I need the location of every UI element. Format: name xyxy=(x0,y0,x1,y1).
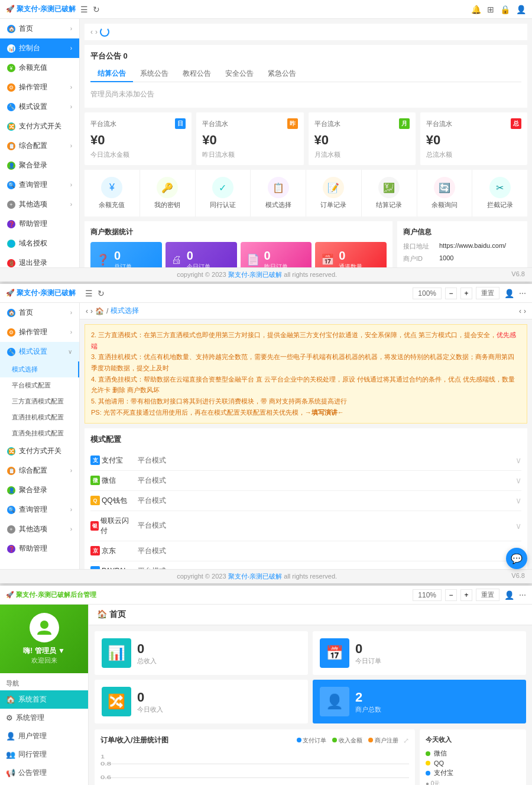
payswitch-icon-2: 🔀 xyxy=(7,447,15,456)
icon-mykey[interactable]: 🔑 我的密钥 xyxy=(140,170,196,217)
sidebar-item-domain-1[interactable]: 🌐 域名授权 xyxy=(0,234,79,253)
tab-emergency[interactable]: 紧急公告 xyxy=(261,66,303,82)
stat-label-yesterday: 平台流水 xyxy=(202,119,228,128)
sidebar-item-query-1[interactable]: 🔍 查询管理 › xyxy=(0,175,79,195)
chart-box-orders: 订单/收入/注册统计图 支付订单 收入金额 商户注册 ⤢ xyxy=(95,729,415,785)
panel-3: 🚀 聚支付-亲测已破解后台管理 110% − + 重置 👤 ⋯ xyxy=(0,586,532,785)
query-icon-2: 🔍 xyxy=(7,506,15,514)
dashboard-icon-1: 📊 xyxy=(7,44,15,53)
sidebar2-config[interactable]: 📋 综合配置 › xyxy=(0,461,79,480)
back-icon-2[interactable]: ‹ xyxy=(86,307,88,315)
topbar-logo-2: 🚀 聚支付-亲测已破解 xyxy=(6,288,76,298)
mode-config-2: 模式配置 支 支付宝 平台模式 ∨ 微 微信 平台模式 ∨ xyxy=(85,428,527,570)
sidebar2-payswitch[interactable]: 🔀 支付方式开关 xyxy=(0,441,79,461)
sidebar-item-config-1[interactable]: 📋 综合配置 › xyxy=(0,136,79,156)
bc-back-2[interactable]: ‹ xyxy=(519,307,521,315)
merchants-icon: 👤 xyxy=(320,687,349,716)
footer-link-2[interactable]: 聚支付-亲测已破解 xyxy=(228,573,283,580)
sidebar-item-mode-1[interactable]: 🔧 模式设置 › xyxy=(0,97,79,117)
sidebar2-help[interactable]: ❓ 帮助管理 xyxy=(0,539,79,558)
grid-icon-1[interactable]: ⊞ xyxy=(487,5,494,14)
tab-security[interactable]: 安全公告 xyxy=(218,66,261,82)
footer-link-1[interactable]: 聚支付-亲测已破解 xyxy=(228,271,283,278)
lock-icon-1[interactable]: 🔒 xyxy=(500,5,510,14)
sidebar2-ops[interactable]: ⚙ 操作管理 › xyxy=(0,322,79,342)
sidebar3-peer-mgmt[interactable]: 👥 同行管理 xyxy=(0,745,88,764)
zoom-minus-2[interactable]: − xyxy=(445,287,457,299)
sidebar-item-pay-1[interactable]: 🔀 支付方式开关 xyxy=(0,117,79,136)
sidebar2-query[interactable]: 🔍 查询管理 › xyxy=(0,500,79,519)
user-avatar-3[interactable]: 👤 xyxy=(504,590,514,600)
sidebar-item-recharge-1[interactable]: ¥ 余额充值 xyxy=(0,58,79,77)
user-avatar-2[interactable]: 👤 xyxy=(504,289,514,298)
zoom-plus-2[interactable]: + xyxy=(460,287,472,299)
back-icon-1[interactable]: ‹ xyxy=(90,28,93,36)
total-income-icon: 📊 xyxy=(102,638,131,668)
sidebar-item-login-1[interactable]: 👤 聚合登录 xyxy=(0,156,79,175)
sidebar2-home[interactable]: 🏠 首页 › xyxy=(0,303,79,322)
help-icon-2: ❓ xyxy=(7,545,15,553)
forward-icon-1[interactable]: › xyxy=(95,28,98,36)
zoom-minus-3[interactable]: − xyxy=(445,589,457,601)
tab-tutorial[interactable]: 教程公告 xyxy=(176,66,218,82)
user-info-1: 商户信息 接口地址 https://www.baidu.com/ 商户ID 10… xyxy=(397,221,527,267)
zoom-bar-2: 100% − + 重置 xyxy=(413,287,499,299)
wechat-arrow: ∨ xyxy=(515,476,521,485)
sidebar3-sys-mgmt[interactable]: ⚙ 系统管理 xyxy=(0,709,88,727)
sidebar2-mode[interactable]: 🔧 模式设置 ∨ xyxy=(0,342,79,361)
income-qq-row: QQ xyxy=(426,760,520,767)
tab-settlement[interactable]: 结算公告 xyxy=(90,66,133,82)
icon-intercept[interactable]: ✂ 拦截记录 xyxy=(472,170,527,217)
sidebar3-home[interactable]: 🏠 系统首页 xyxy=(0,690,88,709)
menu-icon-2[interactable]: ☰ xyxy=(85,289,93,298)
expand-orders-chart[interactable]: ⤢ xyxy=(403,736,409,745)
bell-icon-1[interactable]: 🔔 xyxy=(471,5,481,14)
sidebar3-ticket-mgmt[interactable]: 🔧 工单管理 xyxy=(0,782,88,785)
zoom-reset-3[interactable]: 重置 xyxy=(476,589,499,601)
zoom-plus-3[interactable]: + xyxy=(460,589,472,601)
more-icon-3[interactable]: ⋯ xyxy=(519,591,526,599)
sidebar-item-other-1[interactable]: + 其他选项 › xyxy=(0,195,79,214)
chat-bubble[interactable]: 💬 xyxy=(506,548,527,569)
stat-card-month: 平台流水 月 ¥0 月流水额 xyxy=(309,112,416,165)
icon-settlement[interactable]: 💹 结算记录 xyxy=(362,170,417,217)
sidebar2-mode-select[interactable]: 模式选择 xyxy=(0,361,79,377)
sidebar2-login[interactable]: 👤 聚合登录 xyxy=(0,480,79,500)
icon-mode[interactable]: 📋 模式选择 xyxy=(251,170,306,217)
sidebar-item-dashboard-1[interactable]: 📊 控制台 › xyxy=(0,38,79,58)
sidebar-item-help-1[interactable]: ❓ 帮助管理 xyxy=(0,214,79,234)
sidebar-item-home-1[interactable]: 🏠 首页 › xyxy=(0,19,79,38)
icon-orders[interactable]: 📝 订单记录 xyxy=(306,170,362,217)
main-content-1: ‹ › 平台公告 0 结算公告 系统公告 教程公告 安全公告 紧急公告 管理员尚… xyxy=(80,19,532,267)
more-icon-2[interactable]: ⋯ xyxy=(519,289,526,298)
sidebar-item-ops-1[interactable]: ⚙ 操作管理 › xyxy=(0,77,79,97)
refresh-icon-1[interactable]: ↻ xyxy=(93,5,100,14)
icon-auth[interactable]: ✓ 同行认证 xyxy=(196,170,251,217)
icon-recharge[interactable]: ¥ 余额充值 xyxy=(85,170,140,217)
sidebar2-third-config[interactable]: 三方直洒模式配置 xyxy=(0,393,79,409)
config-icon-1: 📋 xyxy=(7,142,15,150)
menu-icon-1[interactable]: ☰ xyxy=(80,5,88,14)
sidebar3-user-mgmt[interactable]: 👤 用户管理 xyxy=(0,727,88,745)
forward-icon-2[interactable]: › xyxy=(90,307,93,315)
data-card-channels: 📅 0 通道数量 xyxy=(315,242,387,267)
ops-icon-1: ⚙ xyxy=(7,83,15,92)
bc-forward-2[interactable]: › xyxy=(524,307,526,315)
stat-value-daily: ¥0 xyxy=(90,133,186,148)
zoom-reset-2[interactable]: 重置 xyxy=(476,287,499,299)
unionpay-arrow: ∨ xyxy=(515,521,521,531)
tab-system[interactable]: 系统公告 xyxy=(133,66,176,82)
sidebar2-other[interactable]: + 其他选项 › xyxy=(0,519,79,539)
user-avatar-1[interactable]: 👤 xyxy=(516,5,526,14)
sidebar2-nohang-config[interactable]: 直洒免挂模式配置 xyxy=(0,425,79,441)
topbar-3: 🚀 聚支付-亲测已破解后台管理 110% − + 重置 👤 ⋯ xyxy=(0,586,532,605)
sidebar3-announce-mgmt[interactable]: 📢 公告管理 xyxy=(0,764,88,782)
today-income-label: 今日收入 xyxy=(137,705,301,714)
sidebar-item-logout-1[interactable]: 🚪 退出登录 xyxy=(0,253,79,267)
user-info-api: 接口地址 https://www.baidu.com/ xyxy=(403,242,521,251)
domain-icon-1: 🌐 xyxy=(7,240,15,248)
refresh-icon-2[interactable]: ↻ xyxy=(98,289,105,298)
sidebar2-platform-config[interactable]: 平台模式配置 xyxy=(0,377,79,393)
sidebar2-direct-config[interactable]: 直洒挂机模式配置 xyxy=(0,409,79,425)
icon-balance-query[interactable]: 🔄 余额询问 xyxy=(417,170,473,217)
